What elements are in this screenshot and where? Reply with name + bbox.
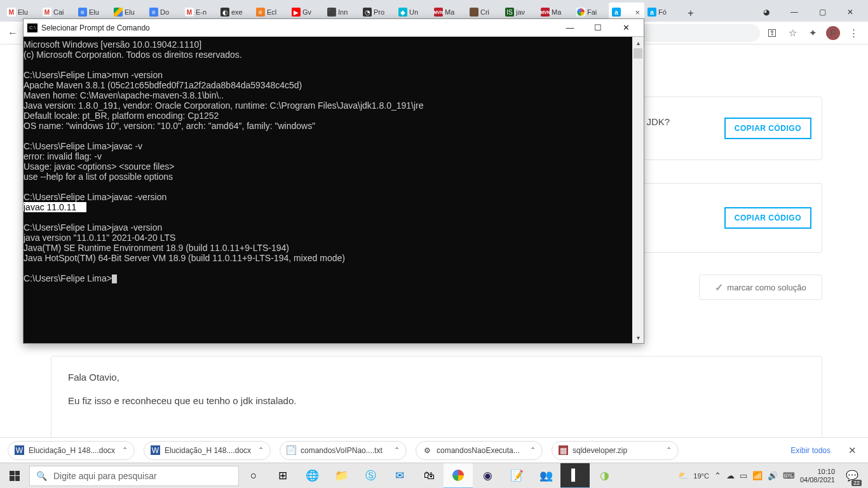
maven-icon: MVN: [541, 8, 550, 17]
youtube-icon: ▶: [292, 8, 301, 17]
tab-label: Elu: [89, 8, 99, 16]
edge-icon[interactable]: 🌐: [297, 463, 327, 489]
scroll-down-icon[interactable]: ▾: [632, 332, 644, 343]
eclipse-icon[interactable]: ◉: [473, 463, 502, 489]
download-item[interactable]: ▦sqldeveloper.zip⌃: [552, 441, 679, 460]
skype-icon[interactable]: Ⓢ: [356, 463, 385, 489]
tab-label: Cai: [53, 8, 64, 16]
back-button[interactable]: ←: [4, 24, 22, 42]
volume-icon[interactable]: 🔊: [768, 471, 778, 480]
chevron-up-icon[interactable]: ⌃: [122, 446, 128, 454]
tab-label: Fai: [587, 8, 597, 16]
start-button[interactable]: [0, 463, 29, 489]
cortana-icon[interactable]: ○: [239, 463, 268, 489]
cmd-titlebar[interactable]: C:\ Selecionar Prompt de Comando — ☐ ✕: [24, 19, 644, 37]
notifications-button[interactable]: 💬22: [840, 463, 864, 489]
chevron-up-icon[interactable]: ⌃: [394, 446, 400, 454]
notif-badge: 22: [851, 480, 862, 486]
reply-line-1: Fala Otavio,: [68, 372, 805, 383]
cmd-output[interactable]: Microsoft Windows [versão 10.0.19042.111…: [24, 37, 632, 343]
cmd-title: Selecionar Prompt de Comando: [41, 24, 150, 32]
globe-icon: ◐: [220, 8, 229, 17]
show-all-downloads-button[interactable]: Exibir todos: [785, 444, 836, 458]
taskbar-search[interactable]: 🔍Digite aqui para pesquisar: [29, 466, 239, 486]
copy-code-button-2[interactable]: COPIAR CÓDIGO: [724, 207, 811, 229]
close-button[interactable]: ✕: [836, 3, 864, 22]
cursor: [112, 274, 117, 283]
scroll-up-icon[interactable]: ▴: [632, 37, 644, 48]
windows-taskbar: 🔍Digite aqui para pesquisar ○ ⊞ 🌐 📁 Ⓢ ✉ …: [0, 463, 868, 488]
browser-window-controls: ◕ — ▢ ✕: [752, 3, 864, 22]
scroll-thumb[interactable]: [634, 48, 642, 58]
terminal-icon[interactable]: ▌: [560, 463, 590, 489]
tab-label: Inn: [338, 8, 348, 16]
download-item[interactable]: ⚙comandosNaoExecuta...⌃: [416, 441, 543, 460]
tab-label: Pro: [374, 8, 384, 16]
menu-icon[interactable]: ⋮: [846, 26, 860, 40]
tab-label: Ecl: [267, 8, 276, 16]
copy-code-button-1[interactable]: COPIAR CÓDIGO: [724, 118, 811, 139]
new-tab-button[interactable]: +: [682, 5, 699, 22]
ime-icon[interactable]: ⌨: [783, 471, 795, 480]
chrome-icon[interactable]: [444, 463, 473, 489]
system-tray: ⛅ 19°C ⌃ ☁ ▭ 📶 🔊 ⌨ 10:10 04/08/2021 💬22: [678, 463, 868, 488]
cmd-scrollbar[interactable]: ▴ ▾: [632, 37, 644, 343]
weather-temp[interactable]: 19°C: [693, 472, 709, 480]
extensions-icon[interactable]: ✦: [806, 26, 820, 40]
chevron-up-icon[interactable]: ⌃: [530, 446, 536, 454]
site-icon: IS: [505, 8, 514, 17]
coffee-icon: [470, 8, 478, 17]
download-filename: sqldeveloper.zip: [573, 446, 627, 455]
wifi-icon[interactable]: 📶: [752, 471, 763, 480]
file-explorer-icon[interactable]: 📁: [327, 463, 356, 489]
bookmark-star-icon[interactable]: ☆: [785, 26, 799, 40]
chevron-up-icon[interactable]: ⌃: [666, 446, 672, 454]
site-icon: ◆: [398, 8, 407, 17]
clock-date: 04/08/2021: [800, 476, 835, 484]
tab-label: Un: [409, 8, 418, 16]
download-filename: Elucidação_H 148....docx: [29, 446, 115, 455]
tab-label: Fó: [658, 8, 667, 16]
mail-icon[interactable]: ✉: [385, 463, 414, 489]
cmd-minimize-button[interactable]: —: [556, 20, 584, 36]
tab-label: Do: [160, 8, 169, 16]
store-icon[interactable]: 🛍: [414, 463, 444, 489]
maximize-button[interactable]: ▢: [808, 3, 836, 22]
profile-avatar[interactable]: F: [826, 26, 840, 40]
onedrive-icon[interactable]: ☁: [726, 471, 735, 480]
tab-label: Elu: [18, 8, 28, 16]
code-card-2: COPIAR CÓDIGO: [643, 183, 822, 253]
tab-18[interactable]: aFó: [644, 3, 680, 22]
search-icon: 🔍: [36, 471, 47, 481]
teams-icon[interactable]: 👥: [531, 463, 560, 489]
taskbar-clock[interactable]: 10:10 04/08/2021: [800, 468, 835, 484]
google-icon: [576, 8, 585, 17]
command-prompt-window: C:\ Selecionar Prompt de Comando — ☐ ✕ M…: [23, 18, 644, 344]
close-shelf-button[interactable]: ✕: [844, 445, 860, 456]
notes-icon[interactable]: 📝: [502, 463, 531, 489]
task-view-icon[interactable]: ⊞: [268, 463, 297, 489]
download-item[interactable]: WElucidação_H 148....docx⌃: [144, 441, 271, 460]
maven-icon: MVN: [434, 8, 443, 17]
check-icon: ✓: [715, 281, 723, 294]
docs-icon: ≡: [149, 8, 158, 17]
key-icon[interactable]: ⚿: [765, 26, 779, 40]
chevron-up-icon[interactable]: ⌃: [258, 446, 264, 454]
incognito-icon[interactable]: ◕: [752, 3, 780, 22]
app-icon[interactable]: ◑: [590, 463, 619, 489]
site-icon: ◔: [363, 8, 372, 17]
weather-icon[interactable]: ⛅: [678, 471, 688, 480]
mark-solution-button[interactable]: ✓ marcar como solução: [699, 274, 822, 300]
tray-chevron-icon[interactable]: ⌃: [714, 471, 721, 480]
alura-icon: a: [612, 8, 621, 17]
battery-icon[interactable]: ▭: [740, 471, 747, 480]
cmd-close-button[interactable]: ✕: [612, 20, 640, 36]
tab-close-icon[interactable]: ×: [634, 8, 641, 17]
minimize-button[interactable]: —: [780, 3, 808, 22]
cmd-icon: C:\: [27, 24, 37, 32]
download-item[interactable]: 📄comandosVoIPNao....txt⌃: [280, 441, 407, 460]
download-item[interactable]: WElucidação_H 148....docx⌃: [8, 441, 135, 460]
gmail-icon: M: [43, 8, 51, 17]
stackoverflow-icon: ≡: [256, 8, 265, 17]
cmd-maximize-button[interactable]: ☐: [584, 20, 612, 36]
